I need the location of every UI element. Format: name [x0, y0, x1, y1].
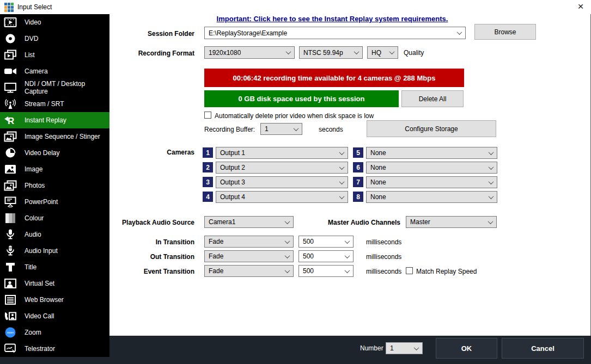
delete-all-button[interactable]: Delete All [401, 90, 464, 107]
camera-4-badge: 4 [203, 192, 213, 202]
sidebar-item-camera[interactable]: Camera [0, 63, 109, 79]
sidebar-item-video[interactable]: Video [0, 14, 109, 30]
svg-text:R: R [8, 116, 14, 126]
sidebar-item-video-delay[interactable]: Video Delay [0, 145, 109, 161]
in-transition-unit-label: milliseconds [366, 238, 401, 246]
chevron-down-icon [489, 150, 494, 155]
ok-button[interactable]: OK [436, 338, 497, 359]
sidebar-item-dvd[interactable]: DVD [0, 30, 109, 47]
recording-buffer-select[interactable]: 1 [260, 123, 302, 135]
colour-icon [4, 213, 20, 224]
sidebar-item-telestrator[interactable]: Telestrator [0, 341, 109, 357]
image-stack-icon [4, 131, 20, 142]
sidebar-item-instant-replay[interactable]: R Instant Replay [0, 112, 109, 128]
chevron-down-icon [488, 219, 493, 224]
sidebar-item-web-browser[interactable]: Web Browser [0, 292, 109, 308]
sidebar-item-photos[interactable]: Photos [0, 177, 109, 194]
sidebar-item-powerpoint[interactable]: PowerPoint [0, 194, 109, 210]
camera-7-badge: 7 [353, 177, 363, 187]
match-replay-speed-checkbox[interactable] [406, 267, 413, 274]
out-transition-duration-combobox[interactable]: 500 [298, 250, 354, 262]
image-icon [4, 164, 20, 175]
sidebar-item-label: Zoom [25, 329, 41, 336]
session-folder-combobox[interactable]: E:\ReplayStorage\Example [204, 27, 466, 39]
sidebar-item-label: Audio [25, 231, 41, 238]
sidebar-item-label: Camera [25, 67, 48, 75]
camera-icon [4, 66, 20, 77]
sidebar-item-label: Colour [25, 214, 44, 222]
sidebar-item-label: Video Delay [25, 149, 60, 157]
system-requirements-link[interactable]: Important: Click here to see the Instant… [202, 15, 463, 23]
sidebar-item-label: Audio Input [25, 247, 58, 255]
presentation-icon [4, 196, 20, 207]
browse-button[interactable]: Browse [474, 24, 536, 40]
camera-2-select[interactable]: Output 2 [216, 162, 348, 174]
sidebar-item-stream-srt[interactable]: Stream / SRT [0, 96, 109, 112]
in-transition-effect-select[interactable]: Fade [204, 236, 294, 248]
chevron-down-icon [414, 345, 419, 350]
virtual-set-icon [4, 278, 20, 289]
out-transition-effect-select[interactable]: Fade [204, 250, 294, 262]
sidebar-item-label: NDI / OMT / Desktop Capture [25, 80, 109, 95]
sidebar-item-image[interactable]: Image [0, 161, 109, 177]
input-select-dialog: Input Select × Video DVD List Camera NDI… [0, 0, 591, 364]
camera-8-select[interactable]: None [366, 191, 497, 203]
in-transition-duration-combobox[interactable]: 500 [298, 236, 354, 248]
camera-7-select[interactable]: None [366, 176, 497, 188]
chevron-down-icon [339, 164, 345, 170]
sidebar-item-label: DVD [25, 35, 38, 42]
camera-1-select[interactable]: Output 1 [216, 147, 348, 159]
sidebar-item-colour[interactable]: Colour [0, 210, 109, 226]
session-folder-label: Session Folder [98, 30, 194, 38]
video-call-icon [4, 311, 20, 322]
chevron-down-icon [345, 238, 350, 244]
event-transition-effect-select[interactable]: Fade [204, 265, 294, 277]
seconds-label: seconds [319, 126, 343, 133]
sidebar-item-video-call[interactable]: Video Call [0, 308, 109, 324]
camera-5-badge: 5 [353, 147, 363, 158]
chevron-down-icon [345, 253, 350, 258]
title-icon [4, 262, 20, 273]
playback-audio-source-select[interactable]: Camera1 [204, 216, 294, 228]
disk-space-banner: 0 GB disk space used by this session [204, 90, 399, 107]
configure-storage-button[interactable]: Configure Storage [367, 120, 496, 137]
sidebar-item-image-sequence-stinger[interactable]: Image Sequence / Stinger [0, 128, 109, 145]
event-transition-duration-combobox[interactable]: 500 [298, 265, 354, 277]
camera-3-badge: 3 [203, 177, 213, 187]
sidebar-item-ndi-omt-desktop-capture[interactable]: NDI / OMT / Desktop Capture [0, 79, 109, 96]
sidebar-item-zoom[interactable]: zoom Zoom [0, 324, 109, 341]
camera-5-select[interactable]: None [366, 147, 497, 159]
sidebar-item-label: Virtual Set [25, 280, 54, 287]
close-icon[interactable]: × [574, 1, 588, 13]
number-select[interactable]: 1 [386, 342, 423, 354]
number-label: Number [360, 344, 383, 352]
monitor-icon [4, 82, 20, 93]
quality-select[interactable]: HQ [367, 46, 398, 59]
microphone-input-icon [4, 245, 20, 256]
master-audio-channels-select[interactable]: Master [406, 216, 497, 228]
cancel-button[interactable]: Cancel [502, 338, 584, 359]
auto-delete-checkbox[interactable] [204, 112, 211, 119]
title-bar: Input Select × [0, 0, 591, 14]
sidebar-item-audio-input[interactable]: Audio Input [0, 243, 109, 259]
sidebar-item-audio[interactable]: Audio [0, 226, 109, 243]
list-icon [4, 50, 20, 60]
camera-6-select[interactable]: None [366, 162, 497, 174]
camera-4-select[interactable]: Output 4 [216, 191, 348, 203]
chevron-down-icon [286, 49, 291, 54]
frame-rate-select[interactable]: NTSC 59.94p [299, 46, 363, 59]
sidebar-item-virtual-set[interactable]: Virtual Set [0, 275, 109, 292]
chevron-down-icon [489, 164, 494, 170]
photos-icon [4, 180, 20, 191]
event-transition-label: Event Transition [98, 268, 194, 275]
camera-6-badge: 6 [353, 162, 363, 172]
recording-format-label: Recording Format [98, 50, 194, 57]
in-transition-label: In Transition [98, 238, 194, 246]
sidebar-item-label: Web Browser [25, 296, 64, 304]
sidebar-item-list[interactable]: List [0, 47, 109, 63]
resolution-select[interactable]: 1920x1080 [204, 46, 295, 59]
sidebar-item-title[interactable]: Title [0, 259, 109, 275]
camera-3-select[interactable]: Output 3 [216, 176, 348, 188]
sidebar-item-label: Telestrator [25, 345, 55, 353]
camera-1-badge: 1 [203, 147, 213, 158]
